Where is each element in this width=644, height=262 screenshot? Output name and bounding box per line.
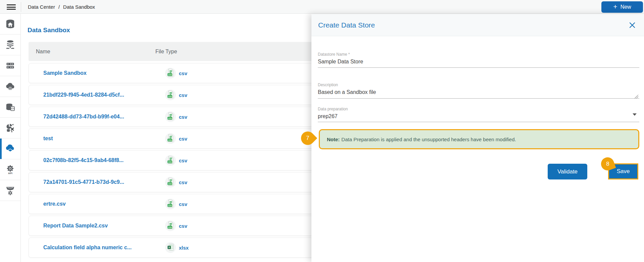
breadcrumb: Data Center / Data Sandbox: [28, 0, 95, 14]
datastore-name-label: Datastore Name *: [318, 52, 350, 57]
cloud-code-icon: </>: [5, 102, 16, 113]
csv-file-icon: CSV: [165, 89, 176, 101]
xlsx-file-icon: X: [165, 242, 176, 253]
svg-text:API: API: [8, 172, 12, 175]
row-file-type: csv: [179, 63, 187, 83]
breadcrumb-separator: /: [58, 4, 60, 10]
svg-text:CSV: CSV: [168, 161, 172, 163]
sidebar-item-data-funnel[interactable]: [0, 180, 20, 201]
svg-text:X: X: [168, 246, 170, 249]
row-name-link[interactable]: Sample Sandbox: [43, 63, 87, 83]
sidebar-item-cloud-database[interactable]: [0, 76, 20, 97]
database-network-icon: [5, 39, 16, 50]
row-file-type: csv: [179, 129, 187, 148]
csv-file-icon: CSV: [165, 67, 176, 79]
data-preparation-select[interactable]: prep267: [318, 113, 338, 119]
database-home-icon: [5, 18, 16, 30]
api-gear-icon: API: [5, 164, 16, 175]
row-file-type: xlsx: [179, 238, 189, 257]
textarea-resize-handle[interactable]: [635, 95, 638, 98]
breadcrumb-data-sandbox[interactable]: Data Sandbox: [63, 4, 95, 10]
close-icon[interactable]: [629, 21, 636, 29]
svg-text:CSV: CSV: [168, 117, 172, 119]
svg-text:CSV: CSV: [168, 96, 172, 98]
row-name-link[interactable]: Report Data Sample2.csv: [43, 216, 108, 235]
svg-text:CSV: CSV: [168, 139, 172, 141]
sidebar: </>: [0, 14, 21, 262]
breadcrumb-data-center[interactable]: Data Center: [28, 4, 55, 10]
csv-file-icon: CSV: [165, 198, 176, 210]
svg-text:CSV: CSV: [168, 205, 172, 207]
sidebar-item-database[interactable]: [0, 35, 20, 55]
row-name-link[interactable]: 72a14701-91c5-4771-b73d-9c9...: [43, 172, 124, 192]
description-label: Description: [318, 83, 338, 87]
create-data-store-drawer: Create Data Store Datastore Name * Sampl…: [311, 14, 644, 262]
row-file-type: csv: [179, 194, 187, 214]
drawer-header: Create Data Store: [311, 14, 644, 36]
validate-button[interactable]: Validate: [548, 164, 587, 179]
row-name-link[interactable]: Calculation field alpha numeric c...: [43, 238, 132, 257]
row-file-type: csv: [179, 85, 187, 105]
column-header-file-type: File Type: [155, 42, 177, 61]
row-file-type: csv: [179, 107, 187, 126]
note-text: Data Preparation is applied and the unsu…: [341, 137, 516, 142]
csv-file-icon: CSV: [165, 176, 176, 188]
column-header-name: Name: [36, 42, 50, 61]
row-name-link[interactable]: ertre.csv: [43, 194, 66, 214]
drawer-title: Create Data Store: [318, 21, 375, 29]
note-prefix: Note:: [327, 137, 340, 142]
row-file-type: csv: [179, 172, 187, 192]
row-name-link[interactable]: 02c7f08b-82f5-4c15-9ab4-68f8...: [43, 151, 123, 170]
svg-text:CSV: CSV: [168, 183, 172, 185]
description-input[interactable]: Based on a Sandbox file: [318, 89, 376, 95]
row-file-type: csv: [179, 151, 187, 170]
sidebar-item-servers[interactable]: [0, 55, 20, 76]
csv-file-icon: CSV: [165, 220, 176, 231]
csv-file-icon: CSV: [165, 155, 176, 166]
dropdown-caret-icon[interactable]: [633, 113, 637, 116]
topbar-divider: [21, 2, 21, 12]
top-bar: Data Center / Data Sandbox + New: [0, 0, 644, 14]
app: { "topbar": { "breadcrumb": [ {"label": …: [0, 0, 644, 262]
csv-file-icon: CSV: [165, 133, 176, 144]
new-button[interactable]: + New: [601, 1, 643, 13]
plus-icon: +: [613, 3, 617, 11]
server-rack-icon: [5, 60, 16, 71]
row-name-link[interactable]: test: [43, 129, 53, 148]
row-name-link[interactable]: 72d42488-dd73-47bd-b99f-e04...: [43, 107, 124, 126]
sidebar-item-data-store-home[interactable]: [0, 14, 20, 35]
cloud-sandbox-icon: [5, 143, 16, 154]
sidebar-item-cloud-code[interactable]: </>: [0, 97, 20, 118]
row-name-link[interactable]: 21bdf229-f945-4ed1-8284-d5cf...: [43, 85, 124, 105]
sidebar-item-data-transform[interactable]: [0, 118, 20, 139]
data-preparation-underline: [318, 122, 639, 122]
cloud-database-icon: [5, 81, 16, 92]
csv-file-icon: CSV: [165, 111, 176, 122]
data-preparation-label: Data preparation: [318, 107, 348, 111]
hamburger-menu-icon[interactable]: [7, 4, 16, 10]
svg-text:</>: </>: [11, 107, 14, 110]
data-transform-icon: [5, 122, 16, 134]
datastore-name-underline: [318, 67, 639, 68]
sidebar-item-data-sandbox[interactable]: [0, 139, 20, 159]
svg-text:CSV: CSV: [168, 226, 172, 228]
data-funnel-icon: [5, 185, 16, 196]
row-file-type: csv: [179, 216, 187, 235]
page-title: Data Sandbox: [28, 27, 70, 34]
datastore-name-input[interactable]: Sample Data Store: [318, 59, 363, 65]
sidebar-item-api[interactable]: API: [0, 159, 20, 180]
svg-text:CSV: CSV: [168, 74, 172, 76]
note-banner: Note: Data Preparation is applied and th…: [319, 129, 639, 149]
description-underline: [318, 98, 639, 99]
